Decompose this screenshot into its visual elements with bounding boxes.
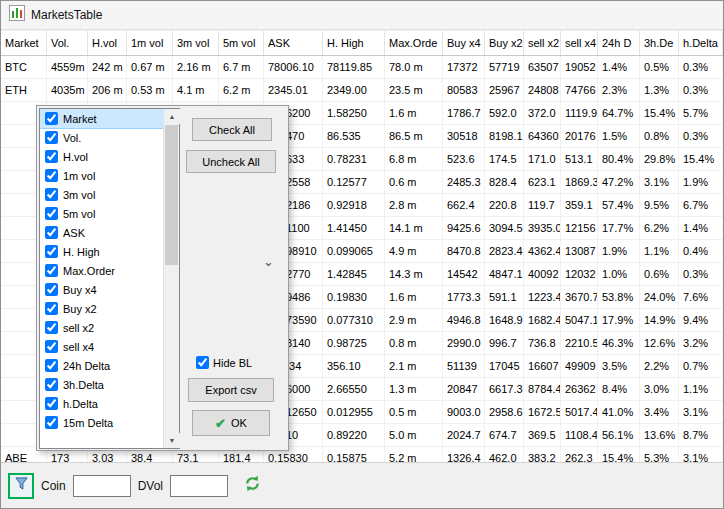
refresh-button[interactable]	[239, 473, 265, 499]
filter-button[interactable]	[8, 473, 34, 499]
table-cell: 9.5%	[640, 194, 679, 216]
column-list-item[interactable]: Market	[40, 109, 163, 128]
column-checkbox[interactable]	[45, 226, 58, 239]
check-all-button[interactable]: Check All	[192, 118, 272, 141]
column-checkbox[interactable]	[45, 359, 58, 372]
table-cell: 0.78231	[323, 148, 385, 170]
column-header[interactable]: Max.Orde	[385, 31, 443, 55]
ok-button[interactable]: ✔ OK	[192, 410, 270, 436]
scroll-up-icon[interactable]: ▲	[164, 109, 180, 124]
table-cell: 736.8	[524, 332, 561, 354]
column-list-item[interactable]: Vol.	[40, 128, 163, 147]
column-list-item[interactable]: sell x4	[40, 337, 163, 356]
table-cell: 1119.9	[561, 102, 598, 124]
column-checkbox[interactable]	[45, 340, 58, 353]
column-list-item[interactable]: H. High	[40, 242, 163, 261]
column-list-item[interactable]: H.vol	[40, 147, 163, 166]
column-header[interactable]: sell x4	[561, 31, 598, 55]
column-checkbox[interactable]	[45, 321, 58, 334]
column-header[interactable]: Buy x2	[485, 31, 524, 55]
column-checkbox[interactable]	[45, 112, 58, 125]
table-cell: 2.3%	[598, 79, 640, 101]
hide-bl-checkbox[interactable]	[196, 356, 209, 369]
column-list-item[interactable]: h.Delta	[40, 394, 163, 413]
table-cell: 78.0 m	[385, 56, 443, 78]
table-cell: 15.4%	[640, 102, 679, 124]
dvol-label: DVol	[138, 479, 163, 493]
scrollbar-thumb[interactable]	[165, 125, 178, 265]
table-cell: 174.5	[485, 148, 524, 170]
table-cell: 1108.4	[561, 424, 598, 446]
column-header[interactable]: 5m vol	[219, 31, 264, 55]
table-row[interactable]: BTC4559m242 m0.67 m2.16 m6.7 m78006.1078…	[1, 56, 723, 79]
column-header[interactable]: H. High	[323, 31, 385, 55]
column-header[interactable]: ASK	[264, 31, 323, 55]
column-label: Market	[63, 113, 97, 125]
column-list-item[interactable]: 3m vol	[40, 185, 163, 204]
column-list-item[interactable]: 1m vol	[40, 166, 163, 185]
column-header[interactable]: 3h.De	[640, 31, 679, 55]
column-checkbox[interactable]	[45, 264, 58, 277]
table-cell: 17045	[485, 355, 524, 377]
list-scrollbar[interactable]: ▲ ▼	[163, 109, 179, 448]
table-cell: 14542	[443, 263, 485, 285]
column-checkbox[interactable]	[45, 378, 58, 391]
column-checkbox[interactable]	[45, 207, 58, 220]
table-cell: 242 m	[88, 56, 127, 78]
column-checkbox[interactable]	[45, 188, 58, 201]
table-cell: 523.6	[443, 148, 485, 170]
table-cell: 1.6 m	[385, 286, 443, 308]
status-bar: Coin DVol	[1, 462, 723, 508]
dvol-input[interactable]	[170, 475, 228, 497]
column-checkbox[interactable]	[45, 150, 58, 163]
column-checkbox[interactable]	[45, 131, 58, 144]
table-cell: 171.0	[524, 148, 561, 170]
column-list-item[interactable]: ASK	[40, 223, 163, 242]
column-checkbox[interactable]	[45, 245, 58, 258]
table-cell: 2024.7	[443, 424, 485, 446]
table-cell: 591.1	[485, 286, 524, 308]
table-cell: 0.077310	[323, 309, 385, 331]
table-cell: 0.7%	[679, 355, 723, 377]
column-checkbox[interactable]	[45, 169, 58, 182]
table-cell: 4.1 m	[173, 79, 219, 101]
table-cell: 8.4%	[598, 378, 640, 400]
column-header[interactable]: sell x2	[524, 31, 561, 55]
column-header[interactable]: Vol.	[47, 31, 88, 55]
column-header[interactable]: 24h D	[598, 31, 640, 55]
coin-input[interactable]	[73, 475, 131, 497]
column-list-item[interactable]: 3h.Delta	[40, 375, 163, 394]
column-header[interactable]: 3m vol	[173, 31, 219, 55]
table-cell: 14.1 m	[385, 217, 443, 239]
column-list-item[interactable]: Buy x4	[40, 280, 163, 299]
column-header[interactable]: Market	[1, 31, 47, 55]
table-cell: 63507	[524, 56, 561, 78]
hide-bl-option[interactable]: Hide BL	[196, 356, 252, 369]
chevron-down-icon[interactable]: ⌄	[263, 256, 274, 268]
column-checkbox[interactable]	[45, 283, 58, 296]
uncheck-all-button[interactable]: Uncheck All	[186, 150, 276, 173]
table-cell: 64.7%	[598, 102, 640, 124]
export-csv-button[interactable]: Export csv	[188, 378, 274, 402]
column-list-item[interactable]: 5m vol	[40, 204, 163, 223]
table-cell: 6.2%	[640, 217, 679, 239]
table-cell: 206 m	[88, 79, 127, 101]
column-checkbox[interactable]	[45, 302, 58, 315]
column-header[interactable]: 1m vol	[127, 31, 173, 55]
table-cell: 8470.8	[443, 240, 485, 262]
column-checkbox[interactable]	[45, 416, 58, 429]
table-cell: 8784.4	[524, 378, 561, 400]
table-cell: 7.6%	[679, 286, 723, 308]
scroll-down-icon[interactable]: ▼	[164, 433, 180, 448]
column-list-item[interactable]: Max.Order	[40, 261, 163, 280]
column-header[interactable]: H.vol	[88, 31, 127, 55]
column-list-item[interactable]: 24h Delta	[40, 356, 163, 375]
column-label: Max.Order	[63, 265, 115, 277]
column-header[interactable]: h.Delta	[679, 31, 723, 55]
column-checkbox[interactable]	[45, 397, 58, 410]
column-list-item[interactable]: sell x2	[40, 318, 163, 337]
column-list-item[interactable]: 15m Delta	[40, 413, 163, 432]
column-header[interactable]: Buy x4	[443, 31, 485, 55]
column-list-item[interactable]: Buy x2	[40, 299, 163, 318]
table-row[interactable]: ETH4035m206 m0.53 m4.1 m6.2 m2345.012349…	[1, 79, 723, 102]
